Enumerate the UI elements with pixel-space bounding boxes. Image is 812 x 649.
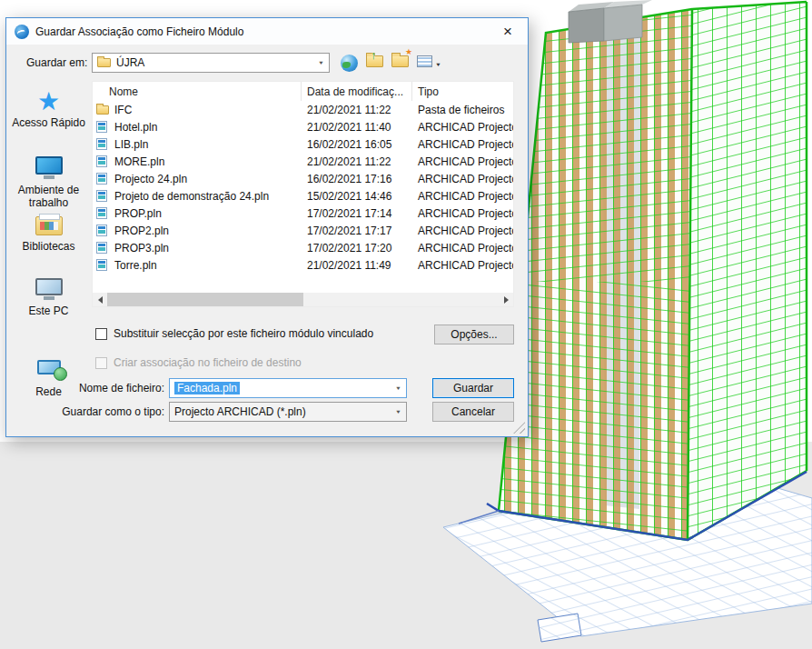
chevron-down-icon[interactable]: ▼ [318, 60, 324, 65]
save-in-label: Guardar em: [26, 53, 87, 73]
pln-file-icon [96, 207, 107, 219]
chevron-down-icon[interactable]: ▼ [395, 409, 401, 414]
horizontal-scrollbar[interactable] [93, 293, 513, 306]
new-folder-icon[interactable]: ★ [391, 55, 409, 70]
up-arrow-icon: ↑ [371, 48, 377, 62]
pln-file-icon [96, 225, 107, 236]
file-row[interactable]: PROP2.pln 17/02/2021 17:17 ARCHICAD Proj… [93, 222, 513, 239]
pln-file-icon [96, 173, 107, 185]
file-row[interactable]: PROP.pln 17/02/2021 17:14 ARCHICAD Proje… [93, 205, 513, 222]
chevron-down-icon: ▼ [435, 63, 441, 68]
create-association-checkbox: Criar associação no ficheiro de destino [95, 356, 302, 369]
cancel-button[interactable]: Cancelar [432, 402, 514, 422]
sidebar-item-libraries[interactable]: Bibliotecas [6, 216, 91, 253]
sidebar-item-this-pc[interactable]: Este PC [6, 278, 91, 317]
filetype-combobox[interactable]: Projecto ARCHICAD (*.pln) ▼ [169, 402, 407, 422]
file-list: Nome Data de modificaç... Tipo IFC 21/02… [92, 81, 514, 307]
sparkle-icon: ★ [405, 47, 412, 56]
rooftop-boxes [569, 0, 652, 43]
filename-label: Nome de ficheiro: [10, 378, 164, 398]
folder-icon [96, 105, 109, 115]
column-header-name[interactable]: Nome [93, 82, 302, 101]
filename-combobox[interactable]: Fachada.pln ▼ [169, 378, 407, 398]
save-button[interactable]: Guardar [432, 378, 514, 398]
checkbox-box[interactable] [95, 328, 107, 340]
options-button[interactable]: Opções... [434, 324, 514, 344]
dialog-titlebar: Guardar Associação como Ficheiro Módulo [6, 18, 528, 45]
folder-icon [97, 58, 111, 67]
filetype-label: Guardar como o tipo: [10, 402, 164, 422]
scroll-left-arrow[interactable] [93, 293, 107, 306]
checkbox-label: Substituir selecção por este ficheiro mó… [114, 327, 373, 340]
pln-file-icon [96, 259, 107, 271]
chevron-down-icon[interactable]: ▼ [395, 385, 401, 391]
column-header-date[interactable]: Data de modificaç... [302, 82, 412, 101]
up-one-level-icon[interactable]: ↑ [366, 55, 383, 70]
computer-icon [35, 278, 63, 295]
file-row[interactable]: Projecto 24.pln 16/02/2021 17:16 ARCHICA… [93, 170, 513, 187]
quick-access-star-icon: ★ [37, 89, 60, 115]
pln-file-icon [96, 242, 107, 254]
sidebar-item-quick-access[interactable]: ★ Acesso Rápido [6, 89, 91, 129]
network-icon [37, 360, 61, 374]
file-row[interactable]: MORE.pln 21/02/2021 11:22 ARCHICAD Proje… [93, 153, 513, 170]
checkbox-label-disabled: Criar associação no ficheiro de destino [114, 356, 302, 369]
view-menu-icon[interactable]: ▼ [417, 55, 441, 70]
substitute-selection-checkbox[interactable]: Substituir selecção por este ficheiro mó… [95, 327, 373, 340]
sidebar-item-desktop[interactable]: Ambiente de trabalho [6, 156, 91, 209]
save-module-dialog: Guardar Associação como Ficheiro Módulo … [5, 17, 529, 437]
dialog-toolbar: ↑ ★ ▼ [341, 52, 441, 74]
checkbox-box-disabled [95, 357, 107, 369]
scrollbar-thumb[interactable] [107, 293, 303, 306]
pln-file-icon [96, 190, 107, 202]
pln-file-icon [96, 155, 107, 167]
last-folder-visited-icon[interactable] [341, 55, 358, 72]
file-row[interactable]: Projeto de demonstração 24.pln 15/02/202… [93, 187, 513, 205]
close-button[interactable]: × [488, 18, 528, 45]
file-row[interactable]: PROP3.pln 17/02/2021 17:20 ARCHICAD Proj… [93, 239, 513, 256]
archicad-logo-icon [15, 25, 29, 39]
file-row[interactable]: LIB.pln 16/02/2021 16:05 ARCHICAD Projec… [93, 135, 513, 153]
save-in-combobox[interactable]: ÚJRA ▼ [92, 53, 330, 73]
desktop-icon [35, 156, 63, 175]
filetype-value: Projecto ARCHICAD (*.pln) [174, 405, 306, 418]
file-row[interactable]: Hotel.pln 21/02/2021 11:40 ARCHICAD Proj… [93, 118, 513, 135]
pln-file-icon [96, 121, 107, 133]
file-row[interactable]: IFC 21/02/2021 11:22 Pasta de ficheiros [93, 101, 513, 118]
dialog-title: Guardar Associação como Ficheiro Módulo [35, 25, 243, 38]
save-in-value: ÚJRA [116, 56, 144, 69]
file-row[interactable]: Torre.pln 21/02/2021 11:49 ARCHICAD Proj… [93, 256, 513, 274]
column-header-type[interactable]: Tipo [412, 82, 513, 101]
list-header: Nome Data de modificaç... Tipo [93, 82, 513, 101]
filename-value[interactable]: Fachada.pln [174, 382, 240, 394]
pln-file-icon [96, 138, 107, 150]
libraries-icon [35, 216, 63, 235]
resize-grip[interactable] [513, 422, 525, 434]
scroll-right-arrow[interactable] [499, 293, 513, 306]
